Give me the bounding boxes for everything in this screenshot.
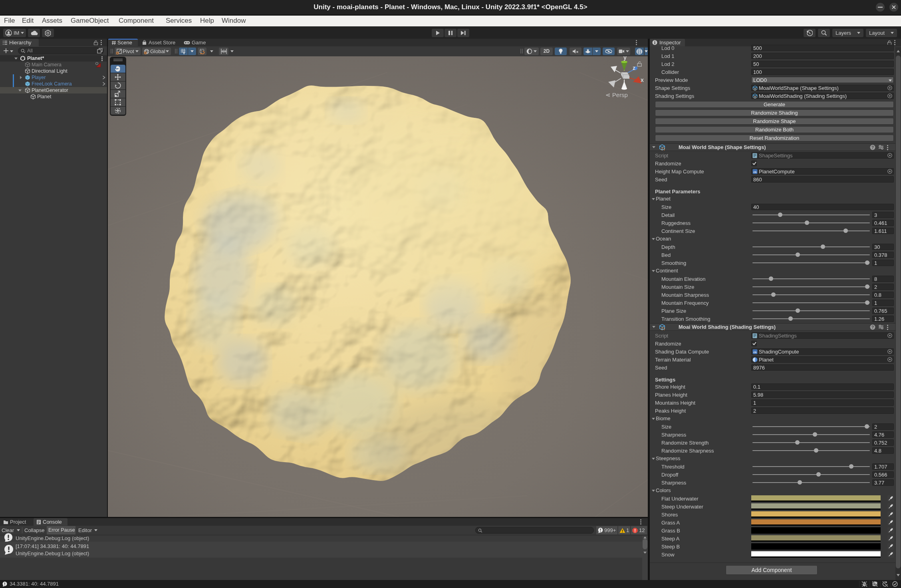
svg-text:cs: cs [754, 351, 757, 354]
svg-text:{}: {} [661, 147, 665, 151]
svg-text:{}: {} [661, 327, 665, 330]
svg-text:z: z [633, 65, 635, 71]
svg-text:⋖ Persp: ⋖ Persp [605, 91, 628, 98]
svg-text:?: ? [871, 325, 874, 330]
svg-text:x: x [641, 77, 644, 83]
svg-text:?: ? [871, 145, 874, 150]
svg-text:Y: Y [183, 52, 185, 55]
svg-text:{}: {} [754, 96, 757, 99]
svg-text:{}: {} [754, 88, 757, 91]
svg-text:cs: cs [754, 171, 757, 173]
svg-text:y: y [623, 56, 627, 61]
